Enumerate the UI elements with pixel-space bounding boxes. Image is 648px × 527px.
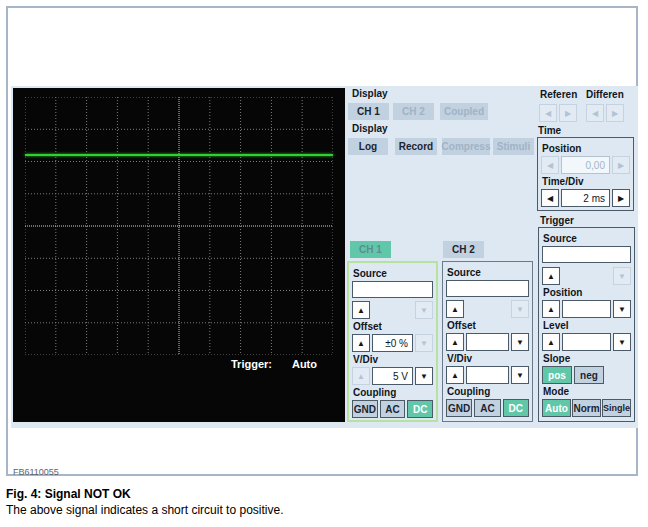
compress-button[interactable]: Compress — [442, 138, 490, 155]
figure-caption-title: Fig. 4: Signal NOT OK — [6, 487, 131, 501]
display-coupled-button[interactable]: Coupled — [440, 103, 488, 120]
mode-auto-button[interactable]: Auto — [542, 399, 571, 417]
figure-caption-text: The above signal indicates a short circu… — [6, 503, 283, 517]
right-arrow-icon: ▶ — [565, 109, 571, 118]
time-div-label: Time/Div — [542, 176, 630, 187]
down-arrow-icon: ▼ — [420, 339, 428, 348]
scope-grid — [25, 97, 333, 355]
differen-prev-button[interactable]: ◀ — [586, 104, 604, 122]
ch1-coupling-gnd-button[interactable]: GND — [352, 400, 378, 418]
time-panel-label: Time — [538, 125, 561, 136]
display-ch1-button[interactable]: CH 1 — [348, 103, 389, 120]
left-arrow-icon: ◀ — [547, 161, 553, 170]
trigger-status-label: Trigger: — [231, 358, 272, 370]
ch2-offset-down-button[interactable]: ▼ — [511, 333, 529, 351]
trigger-source-up-button[interactable]: ▲ — [542, 267, 560, 285]
trigger-panel-label: Trigger — [540, 215, 574, 226]
mode-norm-button[interactable]: Norm — [572, 399, 601, 417]
ch1-offset-field[interactable]: ±0 % — [372, 334, 413, 352]
trigger-position-label: Position — [543, 287, 631, 298]
ch2-coupling-label: Coupling — [447, 386, 529, 397]
up-arrow-icon: ▲ — [357, 306, 365, 315]
ch1-vdiv-field[interactable]: 5 V — [372, 367, 413, 385]
stimuli-button[interactable]: Stimuli — [493, 138, 534, 155]
referen-next-button[interactable]: ▶ — [559, 104, 577, 122]
trigger-level-up-button[interactable]: ▲ — [542, 333, 560, 351]
down-arrow-icon: ▼ — [516, 305, 524, 314]
record-button[interactable]: Record — [395, 138, 437, 155]
ch1-vdiv-label: V/Div — [353, 354, 433, 365]
ch1-offset-label: Offset — [353, 321, 433, 332]
trigger-slope-label: Slope — [543, 353, 631, 364]
ch2-vdiv-up-button[interactable]: ▲ — [446, 366, 464, 384]
ch1-coupling-label: Coupling — [353, 387, 433, 398]
figure-canvas: Trigger: Auto Display CH 1 CH 2 Coupled … — [0, 0, 648, 527]
ch1-offset-up-button[interactable]: ▲ — [352, 334, 370, 352]
ch1-offset-down-button[interactable]: ▼ — [415, 334, 433, 352]
time-div-decrement-button[interactable]: ◀ — [541, 189, 559, 207]
time-div-increment-button[interactable]: ▶ — [612, 189, 630, 207]
ch1-coupling-dc-button[interactable]: DC — [407, 400, 433, 418]
trigger-level-down-button[interactable]: ▼ — [613, 333, 631, 351]
down-arrow-icon: ▼ — [420, 306, 428, 315]
time-position-increment-button[interactable]: ▶ — [612, 156, 630, 174]
left-arrow-icon: ◀ — [592, 109, 598, 118]
time-position-decrement-button[interactable]: ◀ — [541, 156, 559, 174]
ch2-source-label: Source — [447, 267, 529, 278]
trigger-position-down-button[interactable]: ▼ — [613, 300, 631, 318]
display-channels-label: Display — [352, 88, 388, 99]
up-arrow-icon: ▲ — [547, 272, 555, 281]
ch1-source-down-button[interactable]: ▼ — [415, 301, 433, 319]
differen-next-button[interactable]: ▶ — [606, 104, 624, 122]
ch1-source-field[interactable] — [352, 281, 433, 298]
ch2-source-down-button[interactable]: ▼ — [511, 300, 529, 318]
ch2-vdiv-field[interactable] — [466, 366, 509, 384]
down-arrow-icon: ▼ — [618, 305, 626, 314]
ch2-tab[interactable]: CH 2 — [443, 241, 484, 258]
left-arrow-icon: ◀ — [545, 109, 551, 118]
trigger-mode-label: Mode — [543, 386, 631, 397]
up-arrow-icon: ▲ — [451, 371, 459, 380]
ch1-vdiv-up-button[interactable]: ▲ — [352, 367, 370, 385]
ch2-coupling-ac-button[interactable]: AC — [474, 399, 500, 417]
time-div-field[interactable]: 2 ms — [561, 189, 610, 207]
ch2-coupling-dc-button[interactable]: DC — [503, 399, 529, 417]
referen-prev-button[interactable]: ◀ — [539, 104, 557, 122]
ch1-tab[interactable]: CH 1 — [350, 241, 391, 258]
ch2-panel: Source ▲ ▼ Offset ▲ ▼ V/Div ▲ ▼ Coupling… — [442, 261, 533, 422]
time-panel: Position ◀ 0,00 ▶ Time/Div ◀ 2 ms ▶ — [537, 137, 634, 211]
ch2-vdiv-down-button[interactable]: ▼ — [511, 366, 529, 384]
right-arrow-icon: ▶ — [618, 194, 624, 203]
slope-pos-button[interactable]: pos — [542, 366, 572, 384]
up-arrow-icon: ▲ — [451, 305, 459, 314]
referen-label: Referen — [540, 89, 577, 100]
ch2-offset-field[interactable] — [466, 333, 509, 351]
trigger-level-field[interactable] — [562, 333, 611, 351]
ch1-coupling-ac-button[interactable]: AC — [380, 400, 406, 418]
ch1-vdiv-down-button[interactable]: ▼ — [415, 367, 433, 385]
slope-neg-button[interactable]: neg — [574, 366, 604, 384]
trigger-position-up-button[interactable]: ▲ — [542, 300, 560, 318]
trigger-position-field[interactable] — [562, 300, 611, 318]
time-position-field[interactable]: 0,00 — [561, 156, 610, 174]
ch1-source-up-button[interactable]: ▲ — [352, 301, 370, 319]
right-arrow-icon: ▶ — [612, 109, 618, 118]
mode-single-button[interactable]: Single — [602, 399, 631, 417]
left-arrow-icon: ◀ — [547, 194, 553, 203]
ch2-offset-label: Offset — [447, 320, 529, 331]
ch2-coupling-gnd-button[interactable]: GND — [446, 399, 472, 417]
figure-code: FB6110055 — [13, 467, 59, 477]
trigger-source-down-button[interactable]: ▼ — [613, 267, 631, 285]
log-button[interactable]: Log — [348, 138, 388, 155]
down-arrow-icon: ▼ — [516, 371, 524, 380]
ch2-source-up-button[interactable]: ▲ — [446, 300, 464, 318]
up-arrow-icon: ▲ — [451, 338, 459, 347]
down-arrow-icon: ▼ — [516, 338, 524, 347]
trigger-source-field[interactable] — [542, 246, 631, 263]
ch2-source-field[interactable] — [446, 280, 529, 297]
ch2-offset-up-button[interactable]: ▲ — [446, 333, 464, 351]
display-ch2-button[interactable]: CH 2 — [393, 103, 434, 120]
trigger-source-label: Source — [543, 233, 631, 244]
trigger-level-label: Level — [543, 320, 631, 331]
up-arrow-icon: ▲ — [357, 372, 365, 381]
